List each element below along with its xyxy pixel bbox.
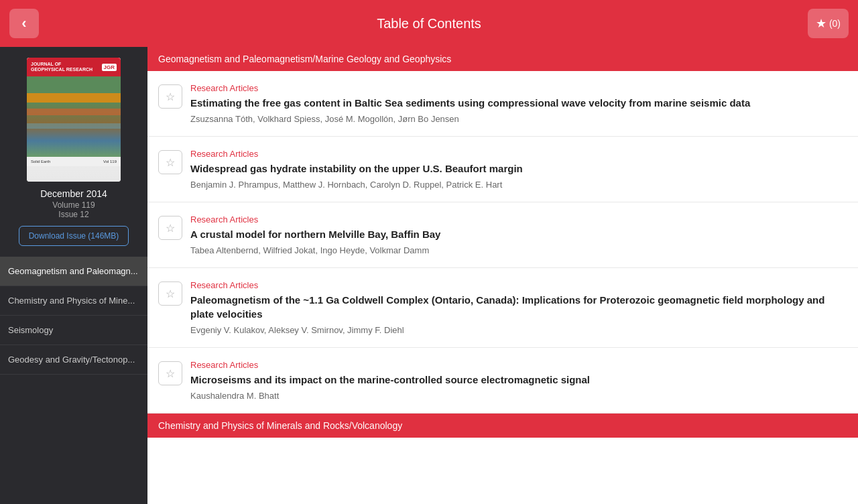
- journal-meta: December 2014 Volume 119 Issue 12: [40, 188, 107, 219]
- content-area: Geomagnetism and Paleomagnetism/Marine G…: [147, 47, 858, 504]
- article-item: ☆ Research Articles A crustal model for …: [147, 202, 858, 268]
- sidebar-item-chemistry[interactable]: Chemistry and Physics of Mine...: [0, 286, 147, 316]
- article-title[interactable]: Paleomagnetism of the ~1.1 Ga Coldwell C…: [190, 293, 847, 321]
- journal-date: December 2014: [40, 188, 107, 199]
- article-item: ☆ Research Articles Estimating the free …: [147, 71, 858, 137]
- article-content-3: Research Articles A crustal model for no…: [190, 214, 847, 255]
- bookmark-icon: ★: [816, 16, 826, 31]
- section-header-geomagnetism: Geomagnetism and Paleomagnetism/Marine G…: [147, 47, 858, 71]
- header: ‹ Table of Contents ★ (0): [0, 0, 858, 47]
- star-icon: ☆: [166, 156, 175, 169]
- journal-cover-area: JOURNAL OFGEOPHYSICAL RESEARCH JGR Solid…: [0, 47, 147, 257]
- article-authors: Evgeniy V. Kulakov, Aleksey V. Smirnov, …: [190, 325, 847, 335]
- article-title[interactable]: Microseisms and its impact on the marine…: [190, 373, 847, 387]
- article-bookmark-button-5[interactable]: ☆: [158, 361, 182, 385]
- article-content-1: Research Articles Estimating the free ga…: [190, 83, 847, 124]
- star-icon: ☆: [166, 367, 175, 380]
- back-icon: ‹: [21, 15, 26, 32]
- sidebar-nav: Geomagnetism and Paleomagn... Chemistry …: [0, 257, 147, 504]
- bookmarks-button[interactable]: ★ (0): [808, 9, 849, 38]
- bookmark-count: (0): [829, 18, 841, 29]
- article-content-5: Research Articles Microseisms and its im…: [190, 360, 847, 401]
- article-item: ☆ Research Articles Widespread gas hydra…: [147, 137, 858, 202]
- article-content-4: Research Articles Paleomagnetism of the …: [190, 280, 847, 335]
- download-issue-button[interactable]: Download Issue (146MB): [19, 226, 129, 246]
- sidebar: JOURNAL OFGEOPHYSICAL RESEARCH JGR Solid…: [0, 47, 147, 504]
- article-item: ☆ Research Articles Microseisms and its …: [147, 348, 858, 414]
- star-icon: ☆: [166, 90, 175, 103]
- article-bookmark-button-1[interactable]: ☆: [158, 84, 182, 109]
- article-type: Research Articles: [190, 280, 847, 290]
- article-bookmark-button-4[interactable]: ☆: [158, 281, 182, 306]
- section-header-chemistry: Chemistry and Physics of Minerals and Ro…: [147, 414, 858, 438]
- article-title[interactable]: A crustal model for northern Melville Ba…: [190, 227, 847, 241]
- journal-issue: Issue 12: [40, 210, 107, 219]
- sidebar-item-geomagnetism[interactable]: Geomagnetism and Paleomagn...: [0, 257, 147, 286]
- article-type: Research Articles: [190, 360, 847, 370]
- article-content-2: Research Articles Widespread gas hydrate…: [190, 149, 847, 190]
- article-type: Research Articles: [190, 214, 847, 225]
- article-title[interactable]: Widespread gas hydrate instability on th…: [190, 162, 847, 176]
- sidebar-item-seismology[interactable]: Seismology: [0, 316, 147, 345]
- main-layout: JOURNAL OFGEOPHYSICAL RESEARCH JGR Solid…: [0, 47, 858, 504]
- journal-cover: JOURNAL OFGEOPHYSICAL RESEARCH JGR Solid…: [27, 58, 121, 182]
- article-item: ☆ Research Articles Paleomagnetism of th…: [147, 268, 858, 348]
- article-type: Research Articles: [190, 149, 847, 159]
- article-bookmark-button-2[interactable]: ☆: [158, 150, 182, 174]
- journal-volume: Volume 119: [40, 200, 107, 210]
- back-button[interactable]: ‹: [9, 9, 39, 38]
- page-title: Table of Contents: [377, 16, 481, 32]
- article-bookmark-button-3[interactable]: ☆: [158, 216, 182, 240]
- sidebar-item-geodesy[interactable]: Geodesy and Gravity/Tectonop...: [0, 345, 147, 375]
- star-icon: ☆: [166, 288, 175, 300]
- article-authors: Kaushalendra M. Bhatt: [190, 391, 847, 401]
- article-title[interactable]: Estimating the free gas content in Balti…: [190, 96, 847, 110]
- article-authors: Tabea Altenbernd, Wilfried Jokat, Ingo H…: [190, 245, 847, 255]
- article-type: Research Articles: [190, 83, 847, 93]
- article-authors: Zsuzsanna Tóth, Volkhard Spiess, José M.…: [190, 114, 847, 124]
- article-authors: Benjamin J. Phrampus, Matthew J. Hornbac…: [190, 180, 847, 190]
- star-icon: ☆: [166, 222, 175, 235]
